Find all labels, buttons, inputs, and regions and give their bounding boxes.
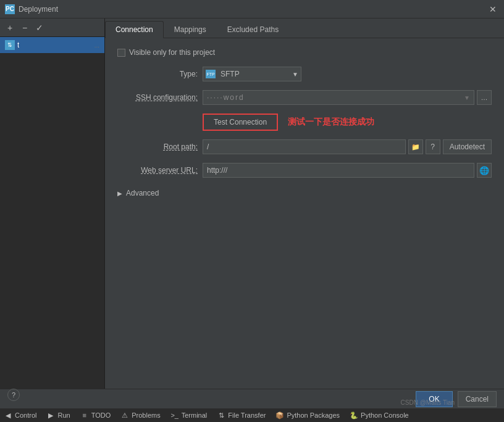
- globe-icon[interactable]: 🌐: [477, 163, 492, 178]
- watermark: CSDN @Matts Tian: [401, 399, 455, 406]
- root-path-label: Root path:: [117, 143, 198, 151]
- control-label: Control: [15, 412, 36, 419]
- app-icon: PC: [5, 4, 15, 14]
- status-file-transfer[interactable]: ⇅ File Transfer: [217, 411, 266, 420]
- help-button[interactable]: ?: [7, 389, 20, 401]
- web-server-label: Web server URL:: [117, 166, 198, 175]
- tab-mappings[interactable]: Mappings: [164, 21, 217, 38]
- visible-only-label: Visible only for this project: [129, 48, 215, 57]
- python-console-label: Python Console: [361, 412, 409, 419]
- remove-button[interactable]: −: [19, 22, 31, 34]
- python-packages-icon: 📦: [275, 411, 284, 420]
- web-url-wrap: 🌐: [203, 163, 492, 178]
- sidebar: + − ✓ ⇅ t ...: [0, 19, 105, 408]
- tab-excluded-paths[interactable]: Excluded Paths: [217, 21, 289, 38]
- window-title: Deployment: [19, 5, 58, 14]
- advanced-label: Advanced: [126, 189, 159, 197]
- test-connection-row: Test Connection 测试一下是否连接成功: [203, 114, 492, 131]
- terminal-icon: >_: [170, 411, 179, 420]
- close-button[interactable]: ✕: [487, 3, 499, 15]
- tab-connection[interactable]: Connection: [105, 21, 164, 38]
- file-transfer-label: File Transfer: [228, 412, 266, 419]
- todo-icon: ≡: [80, 411, 89, 420]
- run-icon: ▶: [46, 411, 55, 420]
- sidebar-item-label: t: [17, 41, 19, 49]
- form-area: Visible only for this project Type: FTP …: [105, 38, 504, 408]
- add-button[interactable]: +: [4, 22, 16, 34]
- title-bar: PC Deployment ✕: [0, 0, 504, 19]
- web-url-input[interactable]: [203, 163, 474, 178]
- visible-only-row: Visible only for this project: [117, 48, 492, 57]
- status-run[interactable]: ▶ Run: [46, 411, 70, 420]
- ssh-more-button[interactable]: …: [477, 90, 492, 105]
- ssh-placeholder: ·····word: [207, 93, 245, 102]
- run-label: Run: [57, 412, 70, 419]
- type-value: SFTP: [220, 70, 240, 78]
- status-bar: ◀ Control ▶ Run ≡ TODO ⚠ Problems >_ Ter…: [0, 408, 504, 422]
- status-python-packages[interactable]: 📦 Python Packages: [275, 411, 340, 420]
- help-icon[interactable]: ?: [426, 139, 440, 154]
- root-path-input[interactable]: [203, 139, 406, 154]
- tab-bar: Connection Mappings Excluded Paths: [105, 19, 504, 38]
- ssh-config-wrap: ·····word ▼ …: [203, 90, 492, 105]
- autodetect-button[interactable]: Autodetect: [443, 139, 492, 154]
- cancel-button[interactable]: Cancel: [458, 391, 497, 407]
- deployment-icon: ⇅: [5, 40, 15, 50]
- ssh-config-row: SSH configuration: ·····word ▼ …: [117, 90, 492, 105]
- status-problems[interactable]: ⚠ Problems: [120, 411, 160, 420]
- problems-label: Problems: [132, 412, 160, 419]
- ssh-label: SSH configuration:: [117, 93, 198, 102]
- file-transfer-icon: ⇅: [217, 411, 225, 420]
- sidebar-toolbar: + − ✓: [0, 19, 104, 37]
- ssh-config-field[interactable]: ·····word ▼: [203, 90, 474, 105]
- root-path-wrap: 📁 ? Autodetect: [203, 139, 492, 154]
- visible-only-checkbox[interactable]: [117, 49, 125, 57]
- test-connection-button[interactable]: Test Connection: [203, 114, 278, 131]
- status-control[interactable]: ◀ Control: [4, 411, 36, 420]
- advanced-row[interactable]: ▶ Advanced: [117, 186, 492, 200]
- control-icon: ◀: [4, 411, 12, 420]
- status-python-console[interactable]: 🐍 Python Console: [350, 411, 409, 420]
- annotation-text: 测试一下是否连接成功: [288, 117, 374, 128]
- sidebar-item-deployment[interactable]: ⇅ t ...: [0, 37, 104, 53]
- python-console-icon: 🐍: [350, 411, 358, 420]
- web-server-row: Web server URL: 🌐: [117, 163, 492, 178]
- root-path-row: Root path: 📁 ? Autodetect: [117, 139, 492, 154]
- sftp-icon: FTP: [206, 70, 216, 78]
- ssh-dropdown-arrow: ▼: [464, 94, 470, 101]
- type-label: Type:: [117, 70, 198, 78]
- type-row: Type: FTP SFTP ▼: [117, 67, 492, 81]
- browse-folder-button[interactable]: 📁: [408, 139, 423, 154]
- terminal-label: Terminal: [182, 412, 208, 419]
- problems-icon: ⚠: [120, 411, 129, 420]
- check-button[interactable]: ✓: [33, 22, 46, 34]
- status-terminal[interactable]: >_ Terminal: [170, 411, 208, 420]
- python-packages-label: Python Packages: [287, 412, 340, 419]
- chevron-down-icon: ▼: [292, 71, 298, 78]
- content-area: Connection Mappings Excluded Paths Visib…: [105, 19, 504, 408]
- status-todo[interactable]: ≡ TODO: [80, 411, 111, 420]
- sidebar-item-dots: ...: [94, 42, 99, 49]
- type-select[interactable]: FTP SFTP ▼: [203, 67, 301, 81]
- advanced-expand-icon: ▶: [117, 190, 122, 197]
- todo-label: TODO: [91, 412, 111, 419]
